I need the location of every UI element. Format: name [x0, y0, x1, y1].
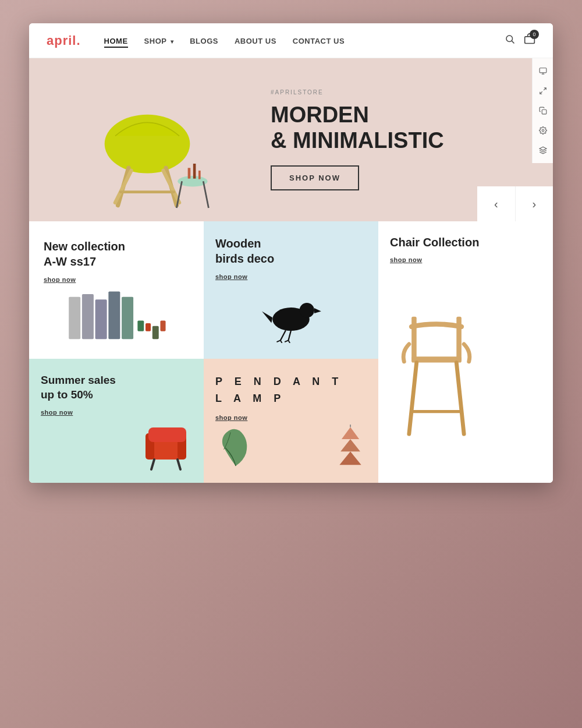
svg-line-11 — [203, 181, 208, 208]
new-collection-shop-link[interactable]: shop now — [44, 276, 189, 283]
logo[interactable]: april. — [47, 33, 81, 48]
browser-window: april. HOME SHOP ▾ BLOGS ABOUT US CONTAC… — [29, 23, 553, 483]
svg-line-6 — [115, 171, 132, 203]
svg-rect-18 — [542, 109, 546, 114]
hero-image-left — [29, 58, 265, 221]
svg-marker-20 — [540, 147, 546, 150]
copy-icon[interactable] — [535, 103, 551, 119]
nav-item-about[interactable]: ABOUT US — [235, 36, 276, 46]
hero-tag: #APRILSTORE — [271, 89, 541, 96]
svg-rect-22 — [82, 294, 94, 339]
nav-links: HOME SHOP ▾ BLOGS ABOUT US CONTACT US — [104, 36, 505, 46]
layers-icon[interactable] — [535, 142, 551, 158]
svg-rect-12 — [187, 168, 190, 178]
svg-line-51 — [178, 460, 180, 469]
nav-item-contact[interactable]: CONTACT US — [293, 36, 345, 46]
search-button[interactable] — [505, 34, 515, 47]
chair-collection-shop-link[interactable]: shop now — [390, 256, 422, 263]
nav-link-shop[interactable]: SHOP ▾ — [144, 37, 174, 45]
summer-sales-title: Summer sales up to 50% — [41, 373, 192, 402]
svg-line-7 — [163, 171, 179, 203]
svg-rect-14 — [198, 171, 201, 179]
svg-rect-29 — [160, 321, 165, 331]
logo-text: april — [47, 33, 76, 48]
nav-item-home[interactable]: HOME — [104, 36, 128, 46]
svg-rect-26 — [137, 321, 144, 331]
svg-point-19 — [542, 129, 544, 132]
bird-illustration — [253, 285, 329, 343]
settings-icon[interactable] — [535, 122, 551, 139]
svg-point-31 — [300, 302, 314, 317]
chair-collection-title: Chair Collection — [390, 236, 479, 249]
shop-dropdown-arrow: ▾ — [168, 38, 173, 45]
svg-line-34 — [281, 330, 286, 340]
svg-rect-21 — [69, 297, 80, 340]
cart-badge: 0 — [530, 30, 539, 39]
grid-cell-summer: Summer sales up to 50% shop now — [29, 359, 204, 483]
partition-illustration — [58, 289, 175, 347]
new-collection-title: New collection A-W ss17 — [44, 239, 189, 269]
svg-rect-24 — [108, 292, 120, 340]
svg-marker-53 — [340, 439, 360, 451]
svg-line-37 — [281, 340, 282, 343]
svg-line-36 — [276, 340, 280, 342]
slider-prev-button[interactable]: ‹ — [477, 186, 516, 221]
nav-link-blogs[interactable]: BLOGS — [190, 37, 218, 45]
pendant-lamp-title: P E N D A N T L A M P — [215, 373, 367, 407]
svg-rect-49 — [148, 427, 186, 442]
svg-marker-32 — [314, 308, 321, 313]
product-grid: New collection A-W ss17 shop now — [29, 221, 553, 483]
slider-controls: ‹ › — [477, 186, 553, 221]
navbar: april. HOME SHOP ▾ BLOGS ABOUT US CONTAC… — [29, 23, 553, 58]
cart-button[interactable]: 0 — [524, 33, 535, 48]
pendant-lamp-shop-link[interactable]: shop now — [215, 414, 367, 421]
chair-illustration — [83, 93, 211, 221]
grid-cell-chair: Chair Collection shop now — [378, 221, 553, 483]
logo-dot: . — [76, 33, 80, 48]
svg-marker-52 — [342, 427, 359, 439]
nav-link-about[interactable]: ABOUT US — [235, 37, 276, 45]
svg-rect-27 — [146, 323, 151, 331]
shop-now-button[interactable]: SHOP NOW — [271, 165, 359, 190]
side-toolbar — [532, 58, 553, 163]
nav-icons: 0 — [505, 33, 535, 48]
svg-line-1 — [512, 41, 514, 43]
wooden-birds-shop-link[interactable]: shop now — [215, 273, 367, 280]
grid-cell-new-collection: New collection A-W ss17 shop now — [29, 221, 204, 359]
svg-line-35 — [288, 330, 291, 340]
nav-item-shop[interactable]: SHOP ▾ — [144, 36, 174, 46]
chair-collection-illustration — [390, 302, 483, 441]
grid-cell-pendant: P E N D A N T L A M P shop now — [204, 359, 378, 483]
svg-line-50 — [151, 460, 154, 469]
svg-rect-25 — [122, 297, 133, 340]
orange-chair-illustration — [140, 419, 192, 471]
svg-marker-54 — [339, 452, 361, 465]
slider-next-button[interactable]: › — [516, 186, 553, 221]
nav-link-home[interactable]: HOME — [104, 37, 128, 48]
svg-point-0 — [506, 36, 513, 42]
wooden-birds-title: Wooden birds deco — [215, 236, 367, 266]
svg-rect-13 — [193, 164, 196, 179]
nav-item-blogs[interactable]: BLOGS — [190, 36, 218, 46]
hero-title: MORDEN & MINIMALISTIC — [271, 103, 541, 153]
svg-line-39 — [288, 340, 290, 343]
svg-rect-28 — [152, 326, 159, 340]
nav-link-contact[interactable]: CONTACT US — [293, 37, 345, 45]
lamp-illustration — [335, 425, 367, 471]
leaf-illustration — [215, 425, 256, 471]
svg-rect-15 — [540, 68, 546, 73]
expand-icon[interactable] — [535, 83, 551, 99]
grid-cell-wooden-birds: Wooden birds deco shop now — [204, 221, 378, 359]
hero-banner: #APRILSTORE MORDEN & MINIMALISTIC SHOP N… — [29, 58, 553, 221]
svg-rect-40 — [411, 356, 462, 362]
svg-line-38 — [285, 340, 288, 342]
monitor-icon[interactable] — [535, 63, 551, 79]
summer-sales-shop-link[interactable]: shop now — [41, 409, 192, 416]
svg-rect-23 — [95, 299, 107, 339]
svg-marker-33 — [262, 311, 272, 323]
svg-line-43 — [409, 363, 417, 434]
svg-line-44 — [456, 363, 464, 434]
svg-point-9 — [178, 176, 207, 186]
